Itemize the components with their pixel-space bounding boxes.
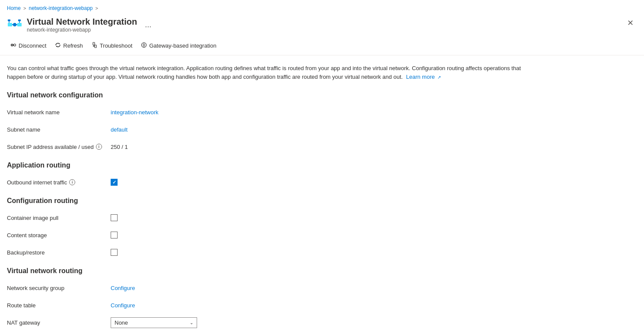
close-button[interactable]: ✕ [624,16,637,29]
container-image-checkbox[interactable] [111,214,118,221]
subnet-ip-info-icon[interactable]: i [96,144,102,150]
subnet-name-label: Subnet name [7,126,111,133]
svg-point-10 [14,44,16,46]
gateway-integration-button[interactable]: Gateway-based integration [137,40,220,52]
outbound-traffic-checkbox[interactable] [111,179,118,186]
breadcrumb-sep2: > [96,6,98,11]
nat-gateway-dropdown-arrow: ⌄ [190,320,193,325]
svg-rect-12 [93,42,95,45]
config-routing-section: Configuration routing Container image pu… [7,197,637,258]
disconnect-icon [10,42,16,49]
refresh-button[interactable]: Refresh [51,40,86,52]
troubleshoot-button[interactable]: Troubleshoot [88,40,136,52]
route-table-label: Route table [7,302,111,309]
nat-gateway-row: NAT gateway None ⌄ [7,316,637,329]
container-image-label: Container image pull [7,215,111,221]
svg-rect-13 [95,45,96,48]
outbound-traffic-row: Outbound internet traffic i [7,176,637,188]
vnet-name-label: Virtual network name [7,109,111,116]
vnet-name-row: Virtual network name integration-network [7,106,637,118]
page-title: Virtual Network Integration [27,16,137,27]
route-table-configure-link[interactable]: Configure [111,302,135,309]
outbound-traffic-label: Outbound internet traffic i [7,179,111,186]
main-content: You can control what traffic goes throug… [0,55,644,332]
vnet-config-section: Virtual network configuration Virtual ne… [7,91,637,153]
nat-gateway-value: None [115,319,128,326]
svg-point-3 [13,23,16,26]
breadcrumb-sep1: > [23,6,26,11]
subnet-name-row: Subnet name default [7,123,637,135]
vnet-config-title: Virtual network configuration [7,91,637,99]
backup-restore-label: Backup/restore [7,249,111,256]
page-subtitle: network-integration-webapp [27,27,137,33]
gateway-icon [141,42,147,49]
subnet-ip-value: 250 / 1 [111,144,128,150]
svg-rect-6 [8,19,10,21]
breadcrumb-home[interactable]: Home [7,5,21,11]
troubleshoot-icon [92,42,98,49]
subnet-name-value[interactable]: default [111,126,128,133]
svg-rect-1 [17,23,22,26]
external-link-icon: ↗ [437,75,441,80]
description-text: You can control what traffic goes throug… [7,64,526,81]
breadcrumb: Home > network-integration-webapp > [0,0,644,15]
route-table-row: Route table Configure [7,299,637,311]
title-text: Virtual Network Integration network-inte… [27,16,137,33]
content-storage-row: Content storage [7,229,637,241]
gateway-integration-label: Gateway-based integration [149,42,216,49]
svg-point-17 [143,44,145,46]
nsg-label: Network security group [7,285,111,291]
svg-rect-7 [18,19,21,21]
toolbar: Disconnect Refresh [0,36,644,55]
app-routing-title: Application routing [7,161,637,169]
nat-gateway-label: NAT gateway [7,319,111,326]
app-routing-section: Application routing Outbound internet tr… [7,161,637,188]
nsg-configure-link[interactable]: Configure [111,285,135,291]
nat-gateway-dropdown[interactable]: None ⌄ [111,317,197,328]
page-container: Home > network-integration-webapp > Virt… [0,0,644,332]
backup-restore-row: Backup/restore [7,246,637,258]
disconnect-label: Disconnect [19,42,46,49]
vnet-integration-icon [7,17,22,32]
more-options-button[interactable]: ... [141,19,155,30]
content-storage-checkbox[interactable] [111,232,118,239]
refresh-label: Refresh [63,42,83,49]
breadcrumb-app[interactable]: network-integration-webapp [29,5,92,11]
disconnect-button[interactable]: Disconnect [7,40,50,52]
subnet-ip-row: Subnet IP address available / used i 250… [7,141,637,153]
page-header: Virtual Network Integration network-inte… [0,15,644,33]
page-title-area: Virtual Network Integration network-inte… [7,16,155,33]
vnet-routing-title: Virtual network routing [7,267,637,275]
container-image-row: Container image pull [7,212,637,224]
nsg-row: Network security group Configure [7,282,637,294]
svg-rect-0 [8,23,12,26]
outbound-info-icon[interactable]: i [69,179,75,185]
config-routing-title: Configuration routing [7,197,637,205]
vnet-routing-section: Virtual network routing Network security… [7,267,637,329]
learn-more-link[interactable]: Learn more [406,74,434,80]
backup-restore-checkbox[interactable] [111,249,118,256]
troubleshoot-label: Troubleshoot [100,42,132,49]
vnet-name-value[interactable]: integration-network [111,109,159,116]
refresh-icon [55,42,61,49]
subnet-ip-label: Subnet IP address available / used i [7,144,111,150]
content-storage-label: Content storage [7,232,111,239]
